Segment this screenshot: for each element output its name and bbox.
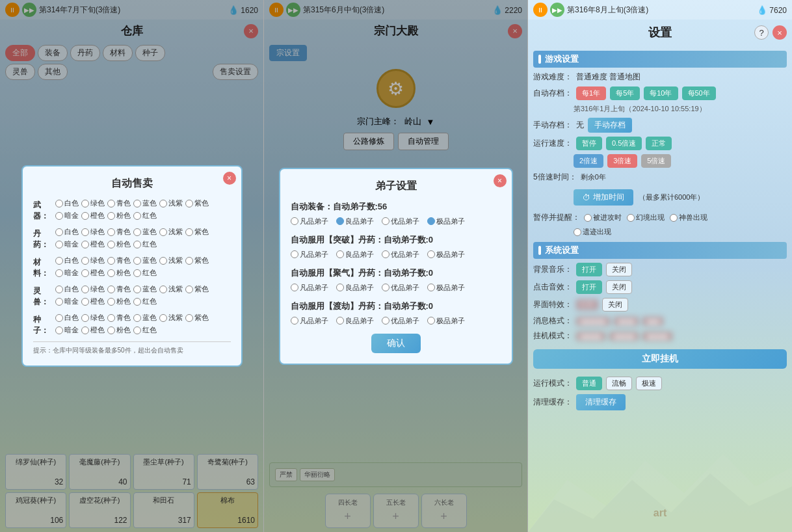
pill-white[interactable]: 白色 [55, 227, 79, 237]
seed-cyan[interactable]: 青色 [107, 313, 131, 323]
dj-excellent[interactable]: 优品弟子 [382, 316, 419, 326]
weapon-purple[interactable]: 紫色 [185, 198, 209, 208]
seed-red[interactable]: 红色 [133, 325, 157, 335]
bg-music-off-button[interactable]: 关闭 [606, 263, 632, 276]
msg-format-blurred3[interactable]: ■■■ [642, 317, 663, 326]
weapon-white[interactable]: 白色 [55, 198, 79, 208]
autosave-10yr-button[interactable]: 每10年 [644, 86, 678, 100]
hang-mode-blurred[interactable]: ■■■■■ [576, 332, 605, 341]
help-button[interactable]: ? [754, 25, 769, 40]
warn-illusion[interactable]: 幻境出现 [627, 213, 665, 222]
speed-half-button[interactable]: 0.5倍速 [606, 137, 642, 150]
ui-effect-on-blurred[interactable]: 打开 [576, 299, 598, 310]
weapon-cyan[interactable]: 青色 [107, 198, 131, 208]
click-sound-off-button[interactable]: 关闭 [606, 280, 632, 294]
clear-cache-button[interactable]: 清理缓存 [576, 394, 626, 410]
hang-now-button[interactable]: 立即挂机 [533, 349, 787, 369]
run-mode-fast-button[interactable]: 极速 [636, 377, 662, 390]
mat-dark-gold[interactable]: 暗金 [55, 268, 79, 278]
spirit-white[interactable]: 白色 [55, 284, 79, 294]
bt-normal[interactable]: 凡品弟子 [291, 250, 328, 259]
manual-save-button[interactable]: 手动存档 [588, 118, 632, 133]
pill-pink[interactable]: 粉色 [107, 239, 131, 249]
speed-normal-button[interactable]: 正常 [646, 137, 672, 150]
seed-green[interactable]: 绿色 [81, 313, 105, 323]
msg-format-blurred[interactable]: ■■■■■■ [576, 317, 610, 326]
spirit-pink[interactable]: 粉色 [107, 297, 131, 306]
autosave-50yr-button[interactable]: 每50年 [682, 86, 716, 100]
autosave-1yr-button[interactable]: 每1年 [576, 86, 606, 100]
spirit-light-purple[interactable]: 浅紫 [159, 284, 183, 294]
spirit-orange[interactable]: 橙色 [81, 297, 105, 306]
pill-orange[interactable]: 橙色 [81, 239, 105, 249]
settings-close-button[interactable]: × [772, 25, 787, 40]
spirit-green[interactable]: 绿色 [81, 284, 105, 294]
equip-premium[interactable]: 极品弟子 [427, 217, 465, 226]
speed-5x-button[interactable]: 5倍速 [641, 154, 671, 168]
pill-cyan[interactable]: 青色 [107, 227, 131, 237]
run-mode-normal-button[interactable]: 普通 [576, 377, 602, 390]
weapon-pink[interactable]: 粉色 [107, 211, 131, 220]
hang-mode-blurred3[interactable]: ■■■■■ [642, 332, 672, 341]
bt-excellent[interactable]: 优品弟子 [382, 250, 419, 259]
bg-music-on-button[interactable]: 打开 [576, 263, 602, 276]
dj-normal[interactable]: 凡品弟子 [291, 316, 328, 326]
pill-blue[interactable]: 蓝色 [133, 227, 157, 237]
settings-pause-button[interactable]: ⏸ [533, 3, 548, 17]
mat-light-purple[interactable]: 浅紫 [159, 256, 183, 265]
autosave-5yr-button[interactable]: 每5年 [610, 86, 640, 100]
spirit-cyan[interactable]: 青色 [107, 284, 131, 294]
spirit-dark-gold[interactable]: 暗金 [55, 297, 79, 306]
jq-good[interactable]: 良品弟子 [336, 283, 374, 293]
pill-red[interactable]: 红色 [133, 239, 157, 249]
jq-normal[interactable]: 凡品弟子 [291, 283, 328, 293]
spirit-blue[interactable]: 蓝色 [133, 284, 157, 294]
mat-orange[interactable]: 橙色 [81, 268, 105, 278]
mat-white[interactable]: 白色 [55, 256, 79, 265]
add-time-button[interactable]: ⏱ 增加时间 [574, 189, 633, 206]
click-sound-on-button[interactable]: 打开 [576, 280, 602, 294]
mat-purple[interactable]: 紫色 [185, 256, 209, 265]
disciple-confirm-button[interactable]: 确认 [371, 334, 421, 353]
run-mode-smooth-button[interactable]: 流畅 [606, 377, 632, 390]
mat-blue[interactable]: 蓝色 [133, 256, 157, 265]
seed-light-purple[interactable]: 浅紫 [159, 313, 183, 323]
seed-orange[interactable]: 橙色 [81, 325, 105, 335]
mat-red[interactable]: 红色 [133, 268, 157, 278]
pill-purple[interactable]: 紫色 [185, 227, 209, 237]
spirit-red[interactable]: 红色 [133, 297, 157, 306]
equip-good[interactable]: 良品弟子 [336, 217, 374, 226]
mat-pink[interactable]: 粉色 [107, 268, 131, 278]
dj-good[interactable]: 良品弟子 [336, 316, 374, 326]
dj-premium[interactable]: 极品弟子 [427, 316, 465, 326]
seed-pink[interactable]: 粉色 [107, 325, 131, 335]
settings-fast-button[interactable]: ▶▶ [550, 3, 564, 17]
speed-2x-button[interactable]: 2倍速 [574, 154, 603, 168]
warn-ruins[interactable]: 遗迹出现 [574, 227, 611, 237]
speed-3x-button[interactable]: 3倍速 [607, 154, 637, 168]
mat-green[interactable]: 绿色 [81, 256, 105, 265]
jq-premium[interactable]: 极品弟子 [427, 283, 465, 293]
bt-good[interactable]: 良品弟子 [336, 250, 374, 259]
weapon-blue[interactable]: 蓝色 [133, 198, 157, 208]
speed-pause-button[interactable]: 暂停 [576, 137, 602, 150]
weapon-orange[interactable]: 橙色 [81, 211, 105, 220]
seed-dark-gold[interactable]: 暗金 [55, 325, 79, 335]
disciple-close[interactable]: × [494, 174, 507, 187]
bt-premium[interactable]: 极品弟子 [427, 250, 465, 259]
pill-green[interactable]: 绿色 [81, 227, 105, 237]
weapon-light-purple[interactable]: 浅紫 [159, 198, 183, 208]
weapon-red[interactable]: 红色 [133, 211, 157, 220]
warn-spirit[interactable]: 神兽出现 [670, 213, 707, 222]
pill-light-purple[interactable]: 浅紫 [159, 227, 183, 237]
auto-sell-close[interactable]: × [223, 172, 236, 185]
ui-effect-off-button[interactable]: 关闭 [602, 298, 628, 312]
weapon-dark-gold[interactable]: 暗金 [55, 211, 79, 220]
seed-purple[interactable]: 紫色 [185, 313, 209, 323]
equip-normal[interactable]: 凡品弟子 [291, 217, 328, 226]
weapon-green[interactable]: 绿色 [81, 198, 105, 208]
jq-excellent[interactable]: 优品弟子 [382, 283, 419, 293]
pill-dark-gold[interactable]: 暗金 [55, 239, 79, 249]
mat-cyan[interactable]: 青色 [107, 256, 131, 265]
seed-blue[interactable]: 蓝色 [133, 313, 157, 323]
